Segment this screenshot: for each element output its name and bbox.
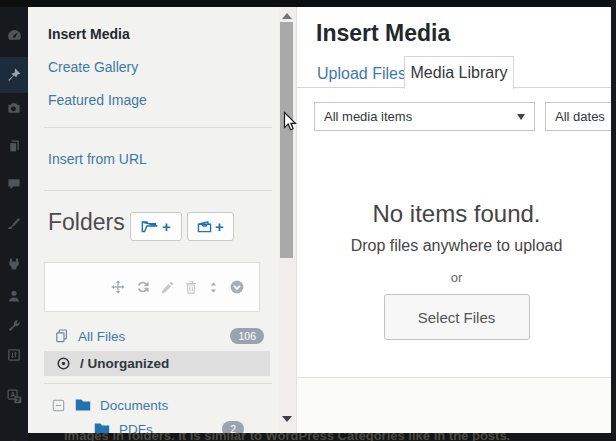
plus-glyph: +	[215, 219, 224, 234]
add-folder-button[interactable]: +	[130, 212, 182, 241]
folder-item-label: Documents	[100, 398, 168, 413]
sidebar-item-insert-media[interactable]: Insert Media	[48, 26, 130, 42]
target-circle-icon	[56, 356, 71, 371]
empty-state-or: or	[297, 270, 616, 285]
admin-menu: A	[0, 0, 28, 441]
filter-value: All dates	[555, 109, 605, 124]
pages-icon[interactable]	[0, 128, 28, 164]
move-icon[interactable]	[110, 279, 126, 295]
folder-item-unorganized[interactable]: / Unorganized	[44, 351, 270, 376]
plugins-plug-icon[interactable]	[0, 246, 28, 282]
refresh-icon[interactable]	[135, 279, 151, 295]
media-modal-main: Insert Media Upload Files Media Library …	[296, 7, 616, 441]
page-title: Insert Media	[316, 20, 450, 47]
empty-state-title: No items found.	[297, 200, 616, 228]
uploader-footer	[297, 377, 616, 441]
tab-bar: Upload Files Media Library	[297, 53, 616, 88]
uploader-drop-zone: No items found. Drop files anywhere to u…	[297, 140, 616, 340]
folder-item-all-files[interactable]: All Files 106	[44, 322, 270, 350]
dropdown-arrow-icon	[517, 114, 525, 120]
plus-glyph: +	[162, 219, 171, 234]
posts-pin-icon[interactable]	[0, 57, 28, 93]
add-gallery-folder-button[interactable]: +	[187, 212, 234, 241]
page-overlay-bottom: images in folders. It is similar to Word…	[28, 433, 616, 441]
select-files-button[interactable]: Select Files	[384, 294, 530, 340]
edit-pencil-icon[interactable]	[160, 280, 175, 295]
sort-updown-icon[interactable]	[207, 280, 220, 295]
media-type-filter[interactable]: All media items	[314, 102, 535, 131]
folder-icon	[75, 398, 91, 412]
camera-folder-icon	[197, 220, 212, 233]
sidebar-divider	[44, 127, 272, 128]
scroll-up-arrow[interactable]	[282, 13, 292, 19]
folder-item-label: All Files	[78, 329, 125, 344]
background-clipped-text: images in folders. It is similar to Word…	[64, 433, 510, 441]
count-badge: 106	[230, 328, 264, 345]
date-filter[interactable]: All dates	[545, 102, 616, 131]
empty-state-subtitle: Drop files anywhere to upload	[297, 237, 616, 255]
open-folder-icon	[141, 220, 159, 233]
sidebar-divider	[44, 190, 272, 191]
scroll-down-arrow[interactable]	[282, 416, 292, 422]
admin-top-bar	[0, 0, 616, 7]
tab-upload-files[interactable]: Upload Files	[317, 65, 406, 83]
dashboard-gauge-icon[interactable]	[0, 17, 28, 53]
copy-files-icon	[54, 328, 70, 344]
folders-heading: Folders	[48, 209, 125, 236]
trash-icon[interactable]	[184, 280, 198, 295]
settings-sliders-icon[interactable]	[0, 337, 28, 373]
folder-list-divider	[44, 383, 272, 384]
filter-value: All media items	[324, 109, 412, 124]
tab-media-library[interactable]: Media Library	[404, 56, 514, 89]
expand-circle-down-icon[interactable]	[229, 279, 245, 295]
mouse-cursor-icon	[283, 111, 298, 137]
sidebar-item-create-gallery[interactable]: Create Gallery	[48, 59, 138, 75]
page-overlay-right	[611, 0, 616, 441]
collapse-minus-icon[interactable]	[52, 399, 65, 412]
language-translate-icon[interactable]: A	[0, 378, 28, 414]
folders-toolbar	[44, 262, 260, 312]
folder-item-documents[interactable]: Documents	[44, 393, 270, 417]
sidebar-item-insert-from-url[interactable]: Insert from URL	[48, 151, 147, 167]
screen: A Insert Media Create Gallery Featured I…	[0, 0, 616, 441]
folder-item-label: / Unorganized	[80, 356, 169, 371]
collapse-circle-icon[interactable]	[0, 427, 28, 441]
sidebar-item-featured-image[interactable]: Featured Image	[48, 92, 147, 108]
comments-bubble-icon[interactable]	[0, 166, 28, 202]
media-camera-icon[interactable]	[0, 90, 28, 126]
media-modal-sidebar: Insert Media Create Gallery Featured Ima…	[28, 7, 279, 433]
sidebar-scrollbar[interactable]	[279, 7, 296, 433]
appearance-brush-icon[interactable]	[0, 206, 28, 242]
scrollbar-thumb[interactable]	[280, 22, 293, 258]
